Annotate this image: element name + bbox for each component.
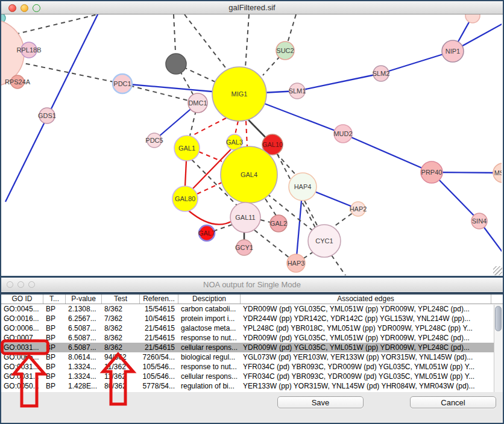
cell: YGL073W (pd) YER103W, YER133W (pp) YOR31… (241, 352, 491, 362)
node-label: PDC1 (113, 80, 131, 87)
column-header[interactable]: GO ID (1, 295, 43, 304)
graph-window: galFiltered.sif RPL18BRPS24AGDS1PDC1MIG1… (1, 1, 503, 276)
node-label: GAL10 (262, 141, 283, 148)
cell: regulation of bi... (178, 381, 241, 391)
network-edge[interactable] (297, 73, 381, 91)
cell: BP (43, 304, 66, 314)
network-edge[interactable] (265, 199, 276, 216)
network-edge[interactable] (184, 14, 229, 72)
column-header[interactable]: P-value (66, 295, 102, 304)
zoom-button[interactable] (33, 4, 40, 12)
network-canvas[interactable]: RPL18BRPS24AGDS1PDC1MIG1DMC1SUC2SLM1SLM2… (1, 14, 502, 275)
cancel-button[interactable]: Cancel (410, 396, 496, 408)
cell: 10/54615 (140, 314, 178, 323)
cell: GO:0006... (1, 323, 43, 333)
cell: 21/54615 (140, 343, 178, 352)
scrollbar-thumb[interactable] (495, 306, 502, 331)
zoom-button[interactable] (28, 281, 35, 288)
network-edge[interactable] (215, 225, 232, 231)
cell: YDR244W (pp) YDR142C, YDR142C (pp) YGL15… (241, 314, 491, 323)
table-row[interactable]: GO:0031...BP1.3324...11/362105/546...res… (1, 362, 503, 372)
node-unlabeled[interactable] (166, 54, 186, 74)
network-edge[interactable] (199, 152, 222, 161)
cell: biological regul... (178, 352, 241, 362)
graph-window-titlebar[interactable]: galFiltered.sif (1, 1, 503, 14)
table-row[interactable]: GO:0016...BP6.2567...7/36210/54615protei… (1, 314, 503, 323)
network-edge[interactable] (185, 161, 186, 186)
network-edge[interactable] (197, 182, 222, 194)
cell: 1.428E... (66, 381, 102, 391)
vertical-scrollbar[interactable] (494, 305, 503, 392)
network-edge[interactable] (254, 230, 289, 258)
network-edge[interactable] (332, 255, 347, 275)
column-header[interactable]: Test (102, 295, 140, 304)
close-button[interactable] (7, 281, 13, 288)
node-unlabeled[interactable] (465, 14, 480, 23)
network-edge[interactable] (260, 220, 270, 222)
node-label: MUD2 (333, 130, 352, 137)
node-label: GAL4 (241, 171, 257, 178)
cell: GO:0007... (1, 333, 43, 343)
node-label: GAL3 (226, 139, 243, 146)
traffic-lights (8, 4, 40, 12)
table-row[interactable]: GO:0045...BP2.1308...8/36215/54615carbon… (1, 304, 503, 314)
cell: BP (43, 352, 66, 362)
cell: YFR034C (pd) YBR093C, YDR009W (pd) YGL03… (241, 372, 491, 381)
close-button[interactable] (8, 4, 16, 12)
network-svg[interactable]: RPL18BRPS24AGDS1PDC1MIG1DMC1SUC2SLM1SLM2… (1, 14, 502, 275)
cell: BP (43, 314, 66, 323)
go-results-table: GO IDT...P-valueTestReferen...Desciption… (1, 292, 503, 392)
node-label: SUC2 (276, 47, 294, 54)
cell: GO:0031... (1, 362, 43, 372)
save-button[interactable]: Save (277, 396, 364, 408)
table-row[interactable]: GO:0031...BP1.3324...11/362105/546...cel… (1, 372, 503, 381)
minimize-button[interactable] (17, 281, 24, 288)
table-row[interactable]: GO:0050...BP1.428E...80/3625778/54...reg… (1, 381, 503, 391)
table-row[interactable]: GO:0007...BP6.5087...8/36221/54615respon… (1, 333, 503, 343)
node-label: RPL18B (17, 46, 42, 54)
column-header[interactable]: Referen... (140, 295, 178, 304)
noa-window-titlebar[interactable]: NOA output for Single Mode (1, 278, 503, 292)
column-header[interactable]: Desciption (178, 295, 241, 304)
node-label: GDS1 (38, 112, 56, 119)
cell: YDR009W (pd) YGL035C, YML051W (pp) YDR00… (241, 333, 491, 343)
cell: 2.1308... (66, 304, 102, 314)
cell: 1.3324... (66, 362, 102, 372)
network-edge[interactable] (235, 121, 238, 134)
network-edge[interactable] (303, 252, 313, 259)
cell: 94/362 (102, 352, 140, 362)
cell: 8/362 (102, 323, 140, 333)
network-edge[interactable] (18, 62, 122, 84)
network-edge[interactable] (245, 14, 249, 67)
cell: BP (43, 372, 66, 381)
node-label: HAP3 (288, 260, 305, 267)
resize-grip[interactable] (493, 266, 502, 275)
network-edge[interactable] (343, 134, 432, 172)
network-edge[interactable] (189, 211, 232, 225)
table-row[interactable]: GO:0065...BP8.0614...94/3627260/54...bio… (1, 352, 503, 362)
noa-output-window: NOA output for Single Mode GO IDT...P-va… (1, 278, 503, 423)
graph-window-title: galFiltered.sif (228, 3, 275, 12)
minimize-button[interactable] (20, 4, 28, 12)
column-header[interactable]: Associated edges (241, 295, 491, 304)
cell: 6.5087... (66, 343, 102, 352)
network-edge[interactable] (304, 201, 318, 226)
network-edge[interactable] (276, 153, 298, 177)
node-label: HAP2 (350, 205, 367, 213)
node-label: HAP4 (294, 183, 312, 190)
node-label: SLM1 (289, 87, 306, 95)
cell: GO:0045... (1, 304, 43, 314)
cell: cellular respons... (178, 343, 241, 352)
cell: 8/362 (102, 304, 140, 314)
network-edge[interactable] (246, 121, 247, 146)
traffic-lights-inactive (7, 281, 35, 288)
network-edge[interactable] (190, 118, 226, 137)
table-row[interactable]: GO:0006...BP6.5087...8/36221/54615galact… (1, 323, 503, 333)
table-row[interactable]: GO:0031...BP6.5087...8/36221/54615cellul… (1, 343, 503, 352)
column-header[interactable]: T... (43, 295, 66, 304)
node-label: SIN4 (472, 217, 487, 225)
cell: YER133W (pp) YOR315W, YNL145W (pd) YHR08… (241, 381, 491, 391)
cell: 7/362 (102, 314, 140, 323)
cell: 5778/54... (140, 381, 178, 391)
cell: 6.5087... (66, 333, 102, 343)
